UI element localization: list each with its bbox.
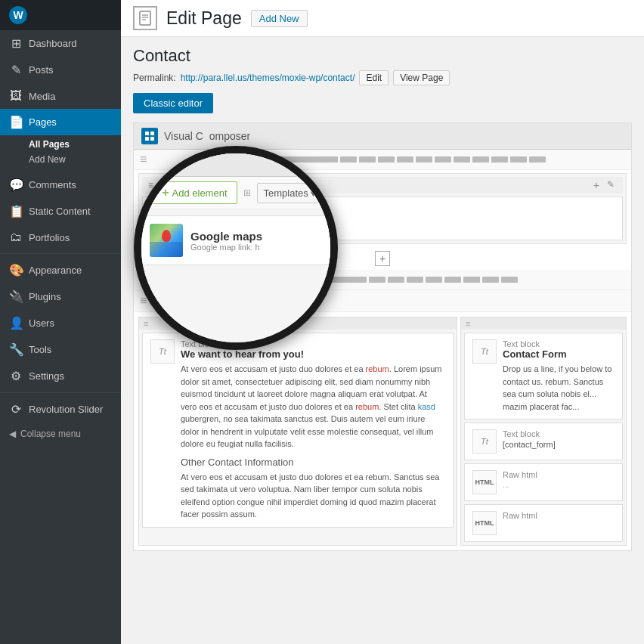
bottom-col-ind-1 — [261, 277, 367, 283]
col-indicator-4 — [378, 156, 395, 163]
classic-editor-button[interactable]: Classic editor — [133, 93, 213, 113]
appearance-icon: 🎨 — [9, 263, 23, 277]
text-block-title-2: Contact Form — [503, 348, 615, 360]
page-title: Edit Page — [166, 8, 242, 29]
sidebar-item-media[interactable]: 🖼 Media — [0, 83, 121, 109]
vc-row-controls-2: ≡ — [134, 270, 631, 290]
svg-rect-4 — [145, 132, 149, 135]
text-block-content-2: Text block Contact Form Drop us a line, … — [503, 339, 615, 413]
section-drag-icon: ≡ — [148, 180, 153, 190]
sub-body-1: At vero eos et accusam et justo duo dolo… — [181, 471, 445, 521]
sidebar-item-portfolios[interactable]: 🗂 Portfolios — [0, 224, 121, 250]
content-area: Contact Permalink: http://para.llel.us/t… — [121, 37, 644, 560]
raw-html-content-1: Raw html ... — [503, 470, 615, 494]
permalink-label: Permalink: — [133, 73, 176, 83]
sidebar-item-plugins[interactable]: 🔌 Plugins — [0, 283, 121, 310]
col-drag-icon: ≡ — [144, 319, 148, 328]
bottom-col-ind-5 — [426, 277, 442, 283]
raw-html-body-1: ... — [503, 479, 615, 491]
sidebar-item-static-content[interactable]: 📋 Static Content — [0, 198, 121, 224]
vc-section-header-1: ≡ + ✎ — [142, 177, 623, 194]
sidebar-item-revolution-slider[interactable]: ⟳ Revolution Slider — [0, 396, 121, 423]
text-block-3: Tt Text block [contact_form] — [464, 423, 623, 460]
sidebar-item-tools[interactable]: 🔧 Tools — [0, 336, 121, 363]
col-indicator-10 — [491, 156, 508, 163]
text-block-icon-2: Tt — [472, 339, 497, 364]
sidebar: W ⊞ Dashboard ✎ Posts 🖼 Media 📄 Pages Al… — [0, 0, 121, 644]
text-block-1: Tt Text block We want to hear from you! … — [142, 333, 454, 528]
sidebar-item-dashboard[interactable]: ⊞ Dashboard — [0, 30, 121, 57]
bottom-col-ind-8 — [482, 277, 499, 283]
main-content: Edit Page Add New Contact Permalink: htt… — [121, 0, 644, 644]
drag-handle-icon: ≡ — [140, 294, 147, 308]
sidebar-divider-2 — [0, 392, 121, 393]
raw-html-icon-2: HTML — [472, 511, 497, 535]
col-indicator-7 — [435, 156, 451, 163]
google-maps-element[interactable]: Google maps Google map link: h — [142, 197, 623, 240]
sidebar-item-comments[interactable]: 💬 Comments — [0, 172, 121, 198]
col-drag-icon-right: ≡ — [466, 319, 470, 328]
sidebar-item-users[interactable]: 👤 Users — [0, 310, 121, 336]
add-section-icon[interactable]: + — [591, 179, 602, 191]
raw-html-1: HTML Raw html ... — [464, 463, 623, 501]
drag-icon: ≡ — [140, 153, 147, 166]
google-maps-subtitle: Google map link: h — [188, 220, 615, 229]
text-block-label-1: Text block — [181, 339, 445, 348]
raw-html-label-2: Raw html — [503, 511, 615, 520]
svg-rect-10 — [150, 220, 181, 234]
dashboard-icon: ⊞ — [9, 36, 23, 51]
text-block-label-3: Text block — [503, 429, 615, 438]
sidebar-item-posts[interactable]: ✎ Posts — [0, 57, 121, 83]
bottom-col-ind-9 — [501, 277, 518, 283]
all-pages-link[interactable]: All Pages — [29, 137, 121, 152]
sidebar-item-appearance[interactable]: 🎨 Appearance — [0, 257, 121, 283]
edit-section-icon[interactable]: ✎ — [605, 179, 617, 191]
add-new-page-link[interactable]: Add New — [29, 152, 121, 167]
collapse-menu-button[interactable]: ◀ Collapse menu — [0, 423, 121, 445]
text-block-label-2: Text block — [503, 339, 615, 348]
drag-icon-2: ≡ — [140, 273, 147, 286]
svg-rect-0 — [140, 11, 150, 25]
settings-icon: ⚙ — [9, 369, 23, 383]
col-indicator-3 — [359, 156, 376, 163]
col-indicator-11 — [510, 156, 527, 163]
vc-icon — [141, 128, 158, 144]
main-header: Edit Page Add New — [121, 0, 644, 37]
vc-col-header-left: ≡ — [139, 317, 457, 330]
sidebar-item-pages[interactable]: 📄 Pages — [0, 109, 121, 135]
pages-icon: 📄 — [9, 115, 23, 129]
sidebar-item-settings[interactable]: ⚙ Settings — [0, 363, 121, 389]
vc-row-controls-1: ≡ — [134, 150, 631, 170]
add-element-plus-icon[interactable]: + — [153, 295, 159, 307]
add-element-edit-icon[interactable]: ✎ — [164, 296, 172, 306]
svg-rect-5 — [150, 132, 154, 135]
bottom-col-ind-7 — [463, 277, 480, 283]
sidebar-divider — [0, 253, 121, 254]
add-element-controls: + ✎ — [153, 295, 171, 307]
view-page-button[interactable]: View Page — [393, 70, 450, 85]
collapse-arrow-icon: ◀ — [9, 429, 16, 439]
wordpress-icon: W — [9, 6, 27, 24]
svg-rect-6 — [145, 137, 149, 141]
permalink-url[interactable]: http://para.llel.us/themes/moxie-wp/cont… — [181, 73, 355, 83]
bottom-col-ind-3 — [388, 277, 404, 283]
media-icon: 🖼 — [9, 89, 23, 103]
text-block-icon-1: Tt — [150, 339, 175, 364]
section-actions: + ✎ — [591, 179, 617, 191]
plugins-icon: 🔌 — [9, 289, 23, 304]
permalink-row: Permalink: http://para.llel.us/themes/mo… — [133, 70, 632, 85]
bottom-col-ind-6 — [444, 277, 461, 283]
raw-html-content-2: Raw html — [503, 511, 615, 535]
raw-html-icon-1: HTML — [472, 470, 497, 494]
sub-heading-1: Other Contact Information — [181, 457, 445, 468]
add-new-button[interactable]: Add New — [251, 10, 308, 27]
revolution-slider-icon: ⟳ — [9, 402, 23, 416]
google-maps-title: Google maps — [188, 209, 615, 220]
col-indicators-2 — [153, 277, 625, 283]
page-title-row: Contact — [133, 46, 632, 66]
edit-permalink-button[interactable]: Edit — [359, 70, 389, 85]
svg-rect-7 — [150, 137, 154, 141]
vc-toolbar: Visual Coomposer — [134, 123, 631, 150]
add-row-button[interactable]: + — [375, 251, 390, 266]
vc-label: Visual Coomposer — [164, 130, 250, 142]
